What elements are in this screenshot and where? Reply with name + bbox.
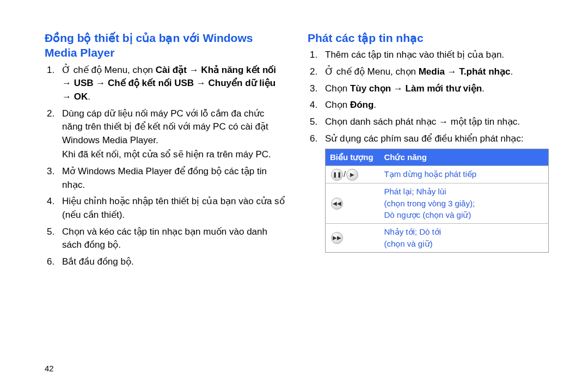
icon-cell: ▶▶ bbox=[326, 224, 380, 253]
controls-table: Biểu tượng Chức năng ❚❚/▶Tạm dừng hoặc p… bbox=[325, 149, 549, 253]
list-item: Dùng cáp dữ liệu nối máy PC với lỗ cắm đ… bbox=[45, 107, 286, 162]
list-item: Bắt đầu đồng bộ. bbox=[45, 255, 286, 269]
icon-cell: ❚❚/▶ bbox=[326, 166, 380, 183]
list-item: Mở Windows Media Player để đồng bộ các t… bbox=[45, 165, 286, 192]
table-header-icon: Biểu tượng bbox=[326, 149, 380, 166]
left-list: Ở chế độ Menu, chọn Cài đặt → Khả năng k… bbox=[45, 64, 286, 269]
page-number: 42 bbox=[45, 363, 54, 375]
pause-icon: ❚❚ bbox=[331, 169, 343, 181]
function-cell: Tạm dừng hoặc phát tiếp bbox=[380, 166, 549, 183]
list-item: Chọn Tùy chọn → Làm mới thư viện. bbox=[308, 82, 549, 96]
right-heading: Phát các tập tin nhạc bbox=[308, 30, 549, 45]
list-item: Hiệu chỉnh hoặc nhập tên thiết bị của bạ… bbox=[45, 195, 286, 222]
list-item: Chọn danh sách phát nhạc → một tập tin n… bbox=[308, 115, 549, 129]
table-row: ◀◀Phát lại; Nhảy lùi(chọn trong vòng 3 g… bbox=[326, 183, 549, 223]
function-cell: Phát lại; Nhảy lùi(chọn trong vòng 3 giâ… bbox=[380, 183, 549, 223]
table-row: ❚❚/▶Tạm dừng hoặc phát tiếp bbox=[326, 166, 549, 183]
table-row: ▶▶Nhảy tới; Dò tới(chọn và giữ) bbox=[326, 224, 549, 253]
list-item: Ở chế độ Menu, chọn Media → T.phát nhạc. bbox=[308, 65, 549, 79]
right-list: Thêm các tập tin nhạc vào thiết bị của b… bbox=[308, 48, 549, 145]
icon-cell: ◀◀ bbox=[326, 183, 380, 223]
list-item: Chọn Đóng. bbox=[308, 99, 549, 112]
list-item: Chọn và kéo các tập tin nhạc bạn muốn và… bbox=[45, 225, 286, 252]
table-header-function: Chức năng bbox=[380, 149, 549, 166]
list-item: Thêm các tập tin nhạc vào thiết bị của b… bbox=[308, 48, 549, 62]
left-column: Đồng bộ thiết bị của bạn với Windows Med… bbox=[45, 30, 286, 272]
list-item: Sử dụng các phím sau để điều khiển phát … bbox=[308, 132, 549, 146]
next-icon: ▶▶ bbox=[331, 232, 343, 244]
right-column: Phát các tập tin nhạc Thêm các tập tin n… bbox=[308, 30, 549, 272]
play-icon: ▶ bbox=[346, 169, 358, 181]
previous-icon: ◀◀ bbox=[331, 198, 343, 210]
left-heading: Đồng bộ thiết bị của bạn với Windows Med… bbox=[45, 30, 286, 60]
list-item: Ở chế độ Menu, chọn Cài đặt → Khả năng k… bbox=[45, 64, 286, 104]
function-cell: Nhảy tới; Dò tới(chọn và giữ) bbox=[380, 224, 549, 253]
